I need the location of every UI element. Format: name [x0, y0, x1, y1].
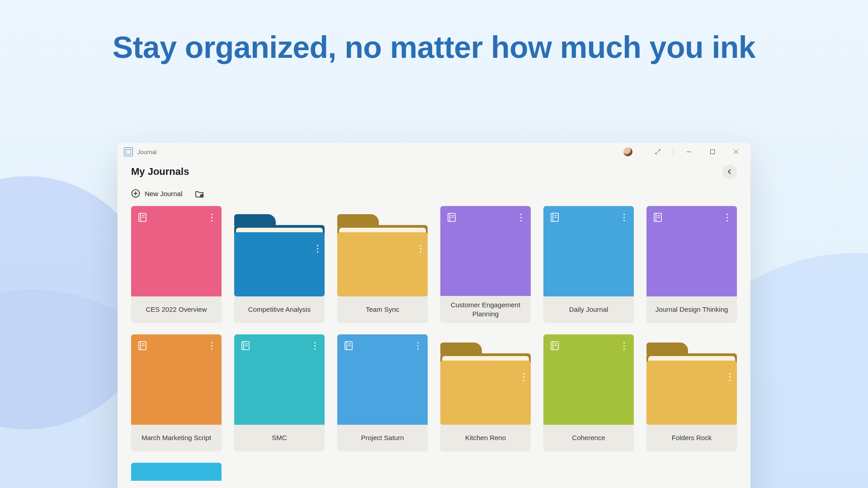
titlebar: Journal: [118, 143, 750, 161]
journal-card[interactable]: Journal Design Thinking: [646, 206, 737, 323]
more-icon[interactable]: [317, 245, 318, 253]
card-label: Journal Design Thinking: [646, 296, 737, 323]
svg-rect-1: [711, 150, 715, 154]
journal-icon: [550, 212, 560, 224]
new-journal-button[interactable]: New Journal: [131, 189, 182, 198]
card-label: Project Saturn: [337, 425, 428, 451]
user-avatar[interactable]: [623, 147, 632, 156]
more-icon[interactable]: [620, 341, 627, 351]
card-label: Team Sync: [337, 296, 428, 323]
journal-card[interactable]: SMC: [234, 334, 325, 451]
expand-button[interactable]: [646, 143, 670, 161]
more-icon[interactable]: [414, 341, 421, 351]
card-label: Competitive Analysis: [234, 296, 325, 323]
card-label: March Marketing Script: [131, 425, 222, 451]
folder-gear-icon: [195, 189, 204, 198]
journal-card[interactable]: March Marketing Script: [131, 334, 222, 451]
more-icon[interactable]: [311, 341, 318, 351]
journal-icon: [653, 212, 663, 224]
folder-card[interactable]: Competitive Analysis: [234, 206, 325, 323]
more-icon[interactable]: [523, 373, 524, 381]
journal-card[interactable]: Customer Engagement Planning: [440, 206, 531, 323]
more-icon[interactable]: [723, 212, 731, 222]
card-label: CES 2022 Overview: [131, 296, 222, 323]
folder-card[interactable]: Team Sync: [337, 206, 428, 323]
journal-icon: [447, 212, 457, 224]
more-icon[interactable]: [208, 212, 215, 222]
journal-icon: [137, 212, 147, 224]
section-title: My Journals: [131, 166, 189, 178]
plus-circle-icon: [131, 189, 140, 198]
window-maximize-button[interactable]: [701, 143, 724, 161]
journal-card[interactable]: CES 2022 Overview: [131, 206, 222, 323]
app-logo-icon: [124, 147, 133, 156]
card-label: SMC: [234, 425, 325, 451]
folder-card[interactable]: Kitchen Reno: [440, 334, 531, 451]
journal-card[interactable]: Daily Journal: [543, 206, 634, 323]
card-label: Folders Rock: [646, 425, 737, 451]
journal-icon: [241, 341, 250, 352]
more-icon[interactable]: [620, 212, 627, 222]
journal-card[interactable]: Project Saturn: [337, 334, 428, 451]
journal-icon: [550, 341, 560, 352]
window-close-button[interactable]: [724, 143, 748, 161]
journal-icon: [137, 341, 147, 352]
app-title: Journal: [137, 149, 157, 155]
app-window: Journal My Journals: [118, 143, 750, 488]
card-label: Kitchen Reno: [440, 425, 531, 451]
more-icon[interactable]: [420, 245, 421, 253]
card-label: Customer Engagement Planning: [440, 296, 531, 323]
card-label: Coherence: [543, 425, 634, 451]
more-icon[interactable]: [517, 212, 524, 222]
titlebar-separator: [673, 147, 674, 156]
new-journal-label: New Journal: [145, 190, 182, 197]
journal-card-partial[interactable]: [131, 463, 222, 481]
hero-tagline: Stay organized, no matter how much you i…: [0, 29, 868, 65]
window-minimize-button[interactable]: [677, 143, 701, 161]
folder-card[interactable]: Folders Rock: [646, 334, 737, 451]
folder-settings-button[interactable]: [195, 189, 204, 198]
more-icon[interactable]: [208, 341, 215, 351]
svg-point-7: [201, 194, 203, 197]
more-icon[interactable]: [729, 373, 731, 381]
collapse-button[interactable]: [722, 164, 737, 179]
journal-card[interactable]: Coherence: [543, 334, 634, 451]
card-label: Daily Journal: [543, 296, 634, 323]
journal-icon: [344, 341, 354, 352]
